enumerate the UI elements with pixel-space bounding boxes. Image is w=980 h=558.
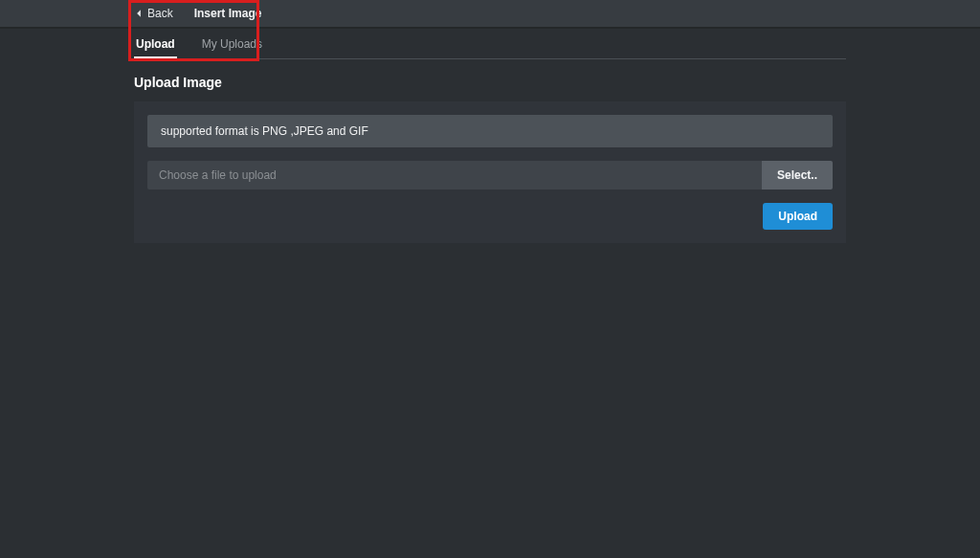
file-path-input[interactable]: [147, 161, 762, 190]
page-heading: Upload Image: [134, 75, 846, 90]
tab-my-uploads[interactable]: My Uploads: [200, 30, 264, 59]
back-button[interactable]: Back: [134, 7, 173, 20]
content: Upload Image supported format is PNG ,JP…: [134, 75, 846, 243]
upload-panel: supported format is PNG ,JPEG and GIF Se…: [134, 101, 846, 243]
tabs: Upload My Uploads: [134, 29, 846, 59]
upload-button[interactable]: Upload: [763, 203, 833, 230]
back-label: Back: [147, 7, 173, 20]
tab-upload[interactable]: Upload: [134, 30, 177, 59]
chevron-left-icon: [134, 9, 144, 18]
modal-title: Insert Image: [194, 7, 262, 20]
upload-row: Upload: [147, 203, 833, 230]
format-info: supported format is PNG ,JPEG and GIF: [147, 115, 833, 147]
select-file-button[interactable]: Select..: [762, 161, 833, 190]
modal-header: Back Insert Image: [0, 0, 980, 27]
file-row: Select..: [147, 161, 833, 190]
